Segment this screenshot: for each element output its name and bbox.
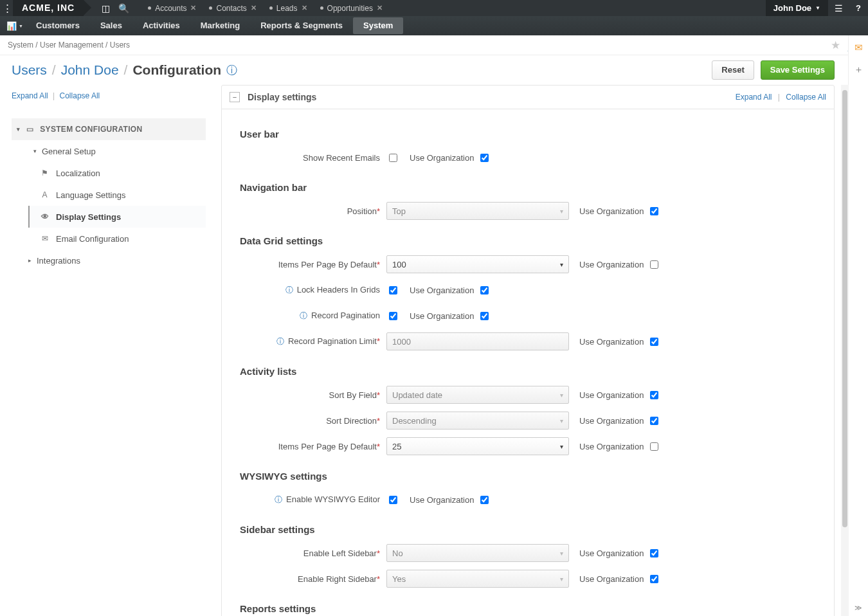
panel-collapse-icon[interactable]: − xyxy=(230,92,240,102)
nav-sales[interactable]: Sales xyxy=(90,16,132,35)
search-icon[interactable]: 🔍 xyxy=(114,3,132,14)
panel-title: Display settings xyxy=(248,92,316,102)
select-left-sidebar: No▾ xyxy=(386,544,569,562)
useorg-recent-emails-checkbox[interactable] xyxy=(480,154,489,162)
info-icon[interactable]: ⓘ xyxy=(226,63,237,78)
panel-header: − Display settings Expand All | Collapse… xyxy=(221,85,835,109)
checkbox-lock-headers[interactable] xyxy=(389,286,397,294)
useorg-sortdir-checkbox[interactable] xyxy=(650,417,658,425)
pinned-tab[interactable]: Accounts✕ xyxy=(141,4,203,13)
close-icon[interactable]: ✕ xyxy=(377,4,383,12)
info-icon[interactable]: ⓘ xyxy=(276,337,284,346)
useorg-right-sidebar-checkbox[interactable] xyxy=(650,575,658,583)
tree-display-settings[interactable]: 👁 Display Settings xyxy=(28,206,206,228)
checkbox-wysiwyg[interactable] xyxy=(389,496,397,504)
section-data-grid: Data Grid settings xyxy=(240,235,816,246)
email-icon[interactable]: ✉ xyxy=(849,42,868,53)
title-link-users[interactable]: Users xyxy=(12,62,47,78)
close-icon[interactable]: ✕ xyxy=(302,4,307,12)
user-name: John Doe xyxy=(773,0,811,16)
help-icon[interactable]: ? xyxy=(849,3,868,13)
useorg-pagination-checkbox[interactable] xyxy=(480,312,489,320)
useorg-items-checkbox[interactable] xyxy=(650,260,658,269)
useorg-left-sidebar-checkbox[interactable] xyxy=(650,549,658,557)
select-activity-items[interactable]: 25▾ xyxy=(386,437,569,455)
pinned-tab[interactable]: Opportunities✕ xyxy=(314,4,389,13)
nav-activities[interactable]: Activities xyxy=(132,16,190,35)
caret-down-icon: ▾ xyxy=(33,148,37,154)
info-icon[interactable]: ⓘ xyxy=(300,311,307,320)
app-menu-icon[interactable]: ⋮ xyxy=(0,3,13,14)
select-items-per-page[interactable]: 100▾ xyxy=(386,255,569,273)
panel-expand-all[interactable]: Expand All xyxy=(736,93,772,102)
pinned-tab[interactable]: Contacts✕ xyxy=(203,4,262,13)
panel-collapse-all[interactable]: Collapse All xyxy=(786,93,826,102)
useorg-sortby-checkbox[interactable] xyxy=(650,391,658,399)
shortcut-icon[interactable]: ◫ xyxy=(96,3,114,14)
section-sidebar: Sidebar settings xyxy=(240,524,816,535)
collapse-sidebar-icon[interactable]: ≫ xyxy=(849,604,868,612)
scrollbar-thumb[interactable] xyxy=(842,90,847,527)
useorg-position[interactable]: Use Organization xyxy=(579,205,660,217)
folder-icon: ▭ xyxy=(25,125,35,134)
tree-integrations[interactable]: ▸ Integrations xyxy=(28,249,206,271)
row-sort-by: Sort By Field* Updated date▾ Use Organiz… xyxy=(240,382,816,408)
pinned-tabs: Accounts✕Contacts✕Leads✕Opportunities✕ xyxy=(141,4,766,13)
info-icon[interactable]: ⓘ xyxy=(275,495,282,504)
input-pagination-limit xyxy=(386,332,569,350)
useorg-activity-items-checkbox[interactable] xyxy=(650,442,658,451)
title-link-user[interactable]: John Doe xyxy=(61,62,119,78)
useorg-limit-checkbox[interactable] xyxy=(650,338,658,346)
row-wysiwyg: ⓘ Enable WYSIWYG Editor Use Organization xyxy=(240,487,816,512)
row-items-per-page: Items Per Page By Default* 100▾ Use Orga… xyxy=(240,251,816,277)
scrollbar-track[interactable] xyxy=(841,85,849,616)
font-icon: A xyxy=(40,190,50,199)
section-activity: Activity lists xyxy=(240,366,816,377)
row-pagination-limit: ⓘ Record Pagination Limit* Use Organizat… xyxy=(240,329,816,354)
envelope-icon: ✉ xyxy=(40,234,50,243)
tree-toggles: Expand All | Collapse All xyxy=(12,91,206,100)
nav-reports-segments[interactable]: Reports & Segments xyxy=(250,16,353,35)
checkbox-recent-emails[interactable] xyxy=(389,154,397,162)
nav-marketing[interactable]: Marketing xyxy=(190,16,250,35)
top-bar: ⋮ ACME, INC ◫ 🔍 Accounts✕Contacts✕Leads✕… xyxy=(0,0,868,16)
panel-body: User bar Show Recent Emails Use Organiza… xyxy=(221,109,835,616)
content-area: − Display settings Expand All | Collapse… xyxy=(206,85,849,616)
reset-button[interactable]: Reset xyxy=(712,60,754,80)
add-widget-icon[interactable]: ＋ xyxy=(849,64,868,76)
useorg-wysiwyg-checkbox[interactable] xyxy=(480,496,489,504)
useorg-recent-emails[interactable]: Use Organization xyxy=(410,152,491,164)
close-icon[interactable]: ✕ xyxy=(251,4,257,12)
right-sidebar: ✉ ＋ ≫ xyxy=(848,35,868,616)
hamburger-icon[interactable]: ☰ xyxy=(828,3,849,14)
page-title: Users / John Doe / Configuration ⓘ xyxy=(12,62,237,78)
tree-root[interactable]: ▾ ▭ SYSTEM CONFIGURATION xyxy=(12,118,206,140)
caret-down-icon: ▼ xyxy=(815,0,820,16)
dashboard-icon[interactable]: 📊▼ xyxy=(4,21,26,31)
tree-general-setup[interactable]: ▾ General Setup xyxy=(28,140,206,162)
useorg-lock-checkbox[interactable] xyxy=(480,286,489,294)
section-reports: Reports settings xyxy=(240,603,816,614)
nav-customers[interactable]: Customers xyxy=(26,16,90,35)
user-menu[interactable]: John Doe ▼ xyxy=(766,0,828,16)
select-sort-by: Updated date▾ xyxy=(386,386,569,404)
brand-logo[interactable]: ACME, INC xyxy=(13,0,84,16)
tree-language[interactable]: A Language Settings xyxy=(28,184,206,206)
label-recent-emails: Show Recent Emails xyxy=(240,153,386,163)
tree-localization[interactable]: ⚑ Localization xyxy=(28,162,206,184)
useorg-position-checkbox[interactable] xyxy=(650,207,658,215)
row-lock-headers: ⓘ Lock Headers In Grids Use Organization xyxy=(240,277,816,303)
checkbox-record-pagination[interactable] xyxy=(389,312,397,320)
section-nav-bar: Navigation bar xyxy=(240,182,816,193)
select-position: Top▾ xyxy=(386,202,569,220)
info-icon[interactable]: ⓘ xyxy=(285,285,293,294)
favorite-icon[interactable]: ★ xyxy=(831,39,840,52)
close-icon[interactable]: ✕ xyxy=(190,4,196,12)
breadcrumb-row: System / User Management / Users ★ 📌 xyxy=(0,35,868,55)
collapse-all-link[interactable]: Collapse All xyxy=(60,91,100,100)
expand-all-link[interactable]: Expand All xyxy=(12,91,48,100)
save-button[interactable]: Save Settings xyxy=(761,60,835,80)
tree-email-config[interactable]: ✉ Email Configuration xyxy=(28,228,206,249)
pinned-tab[interactable]: Leads✕ xyxy=(263,4,314,13)
nav-system[interactable]: System xyxy=(353,17,403,34)
